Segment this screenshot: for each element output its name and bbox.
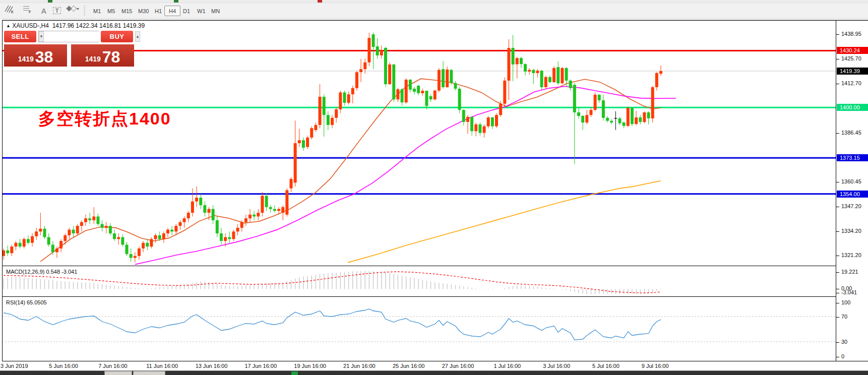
chart-annotation-text[interactable]: 多空转折点1400 xyxy=(38,107,171,131)
axis-tick xyxy=(836,59,839,59)
date-label: 3 Jun 2019 xyxy=(1,363,28,369)
macd-canvas xyxy=(2,267,836,296)
macd-tick-label: -3.041 xyxy=(841,289,857,295)
rsi-tick-label: 0 xyxy=(841,353,844,359)
top-strip-green-fragment xyxy=(48,0,52,3)
buy-price-pips: 78 xyxy=(102,49,120,65)
svg-text:E: E xyxy=(11,10,14,14)
rsi-tick-label: 70 xyxy=(841,314,847,320)
price-tick-label: 1347.20 xyxy=(841,203,861,209)
volume-stepper: ▼ ▲ xyxy=(38,31,99,42)
buy-price-box[interactable]: 1419 78 xyxy=(71,44,134,67)
macd-tick-label: 19.221 xyxy=(841,269,858,275)
grid-icon[interactable]: F xyxy=(22,5,35,17)
taskbar-cut-strip xyxy=(0,370,868,375)
time-axis[interactable]: 3 Jun 20195 Jun 16:007 Jun 16:0011 Jun 1… xyxy=(2,361,836,370)
axis-tick xyxy=(836,293,839,293)
shapes-icon[interactable] xyxy=(66,5,83,17)
taskbar-button[interactable] xyxy=(133,371,165,375)
text-label-icon[interactable]: A xyxy=(37,5,50,17)
candles xyxy=(2,32,662,262)
sell-button[interactable]: SELL xyxy=(4,31,36,42)
one-click-trade-panel: SELL ▼ ▲ BUY 1419 38 1419 78 xyxy=(4,30,134,67)
rsi-pane[interactable]: RSI(14) 65.0505 xyxy=(2,297,836,361)
price-tick-label: 1425.70 xyxy=(841,55,861,61)
toolbar-grip[interactable] xyxy=(84,6,85,16)
axis-tick xyxy=(836,256,839,256)
date-label: 25 Jun 16:00 xyxy=(393,363,425,369)
date-label: 11 Jun 16:00 xyxy=(146,363,178,369)
price-badge-1354.00: 1354.00 xyxy=(837,191,868,198)
toolbar: E F A T M1M5M15M30H1H4D1W1MN xyxy=(0,3,868,19)
rsi-label: RSI(14) 65.0505 xyxy=(6,299,47,305)
macd-pane[interactable]: MACD(12,26,9) 0.548 -3.041 xyxy=(2,267,836,296)
axis-tick xyxy=(836,84,839,84)
ohlc-values: 1417.96 1422.34 1416.81 1419.39 xyxy=(52,22,145,29)
pane-separator[interactable] xyxy=(2,296,868,297)
sell-price-base: 1419 xyxy=(18,55,34,63)
sell-price-pips: 38 xyxy=(35,49,53,65)
ma-fast xyxy=(40,79,661,262)
date-label: 1 Jul 16:00 xyxy=(493,363,521,369)
axis-tick xyxy=(836,231,839,232)
pane-separator[interactable] xyxy=(2,266,868,266)
axis-tick xyxy=(836,357,839,357)
date-label: 3 Jul 16:00 xyxy=(543,363,570,369)
rsi-canvas xyxy=(2,297,836,361)
axis-tick xyxy=(836,342,839,343)
ma-mid xyxy=(135,86,676,264)
rsi-line xyxy=(4,309,661,340)
taskbar-green-item[interactable] xyxy=(291,371,298,375)
chart-direction-icon: ▲ xyxy=(6,23,11,28)
top-strip-green-fragment xyxy=(174,0,178,3)
chart-left-border xyxy=(2,21,3,361)
price-tick-label: 1321.20 xyxy=(841,252,861,258)
date-label: 7 Jun 16:00 xyxy=(98,363,128,369)
price-tick-label: 1438.95 xyxy=(841,31,861,37)
date-label: 21 Jun 16:00 xyxy=(343,363,376,369)
axis-tick xyxy=(836,182,839,182)
price-badge-1430.24: 1430.24 xyxy=(837,47,868,54)
buy-button[interactable]: BUY xyxy=(101,31,133,42)
ma-slow xyxy=(348,181,661,263)
axis-tick xyxy=(836,289,839,289)
axis-tick xyxy=(836,133,839,134)
price-tick-label: 1360.45 xyxy=(841,178,861,184)
rsi-tick-label: 100 xyxy=(841,299,850,305)
date-label: 13 Jun 16:00 xyxy=(196,363,228,369)
price-badge-1419.39: 1419.39 xyxy=(837,68,868,75)
date-label: 5 Jul 16:00 xyxy=(592,363,619,369)
date-label: 5 Jun 16:00 xyxy=(49,363,78,369)
volume-increase-icon[interactable]: ▲ xyxy=(135,31,140,42)
price-badge-1400.00: 1400.00 xyxy=(837,104,868,111)
rsi-tick-label: 30 xyxy=(841,339,847,345)
date-label: 17 Jun 16:00 xyxy=(244,363,277,369)
date-label: 19 Jun 16:00 xyxy=(294,363,326,369)
indicators-icon[interactable]: E xyxy=(4,5,17,17)
price-badge-1373.15: 1373.15 xyxy=(837,154,868,161)
price-axis-panel[interactable]: 1438.951425.701412.701386.451360.451347.… xyxy=(836,21,868,361)
buy-price-base: 1419 xyxy=(85,55,101,63)
date-label: 27 Jun 16:00 xyxy=(442,363,474,369)
sell-price-box[interactable]: 1419 38 xyxy=(4,44,67,67)
svg-text:F: F xyxy=(29,10,31,14)
volume-decrease-icon[interactable]: ▼ xyxy=(39,31,44,42)
price-tick-label: 1386.45 xyxy=(841,130,861,136)
axis-tick xyxy=(836,34,839,35)
axis-tick xyxy=(836,272,839,273)
top-strip-red-fragment xyxy=(318,0,322,3)
macd-label: MACD(12,26,9) 0.548 -3.041 xyxy=(6,269,77,275)
axis-tick xyxy=(836,317,839,318)
price-tick-label: 1412.70 xyxy=(841,80,861,86)
symbol-header: ▲ XAUUSD-,H4 1417.96 1422.34 1416.81 141… xyxy=(6,22,145,29)
axis-tick xyxy=(836,303,839,303)
price-tick-label: 1334.20 xyxy=(841,228,861,234)
date-label: 9 Jul 16:00 xyxy=(642,363,669,369)
axis-tick xyxy=(836,207,839,207)
symbol-name: XAUUSD-,H4 xyxy=(12,22,49,29)
text-box-icon[interactable]: T xyxy=(50,5,64,17)
timeframe-mn[interactable]: MN xyxy=(207,6,224,16)
taskbar-button[interactable] xyxy=(104,371,132,375)
